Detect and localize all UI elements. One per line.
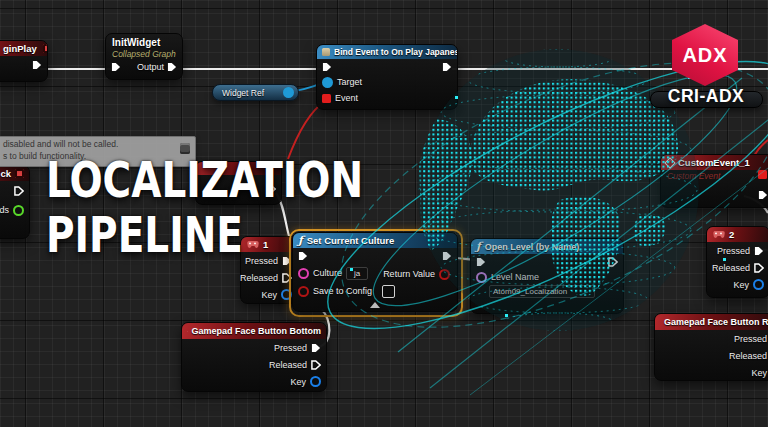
delegate-pin[interactable] <box>758 170 767 179</box>
output-pin-label: Output <box>137 62 164 72</box>
collapse-arrow-icon[interactable] <box>370 302 380 308</box>
node-beginplay-title: ginPlay <box>3 43 37 54</box>
released-label: Released <box>729 351 767 361</box>
exec-in-pin[interactable] <box>476 257 486 267</box>
node-initwidget-subtitle: Collapsed Graph <box>106 48 182 60</box>
custom-event-subtitle: Custom Event <box>661 170 768 182</box>
node-beginplay-header: ginPlay <box>0 41 47 56</box>
node-initwidget-title: InitWidget <box>106 34 182 48</box>
culture-pin[interactable] <box>298 268 309 279</box>
node-widget-ref[interactable]: Widget Ref <box>212 84 299 101</box>
key-pin[interactable] <box>753 279 764 290</box>
pressed-exec-pin[interactable] <box>311 343 321 353</box>
exec-in-pin[interactable] <box>111 62 121 72</box>
node-key-2[interactable]: 2 Pressed Released Key <box>706 226 768 298</box>
node-beginplay[interactable]: ginPlay <box>0 40 48 82</box>
released-label: Released <box>269 360 307 370</box>
node-gamepad-face-button-bottom-title: Gamepad Face Button Bottom <box>191 326 321 336</box>
exec-out-pin[interactable] <box>758 190 768 200</box>
node-key-2-title: 2 <box>729 229 734 240</box>
culture-label: Culture <box>313 268 342 278</box>
widget-ref-out-pin[interactable] <box>283 87 294 98</box>
headline-line-1: LOCALIZATION <box>46 153 363 208</box>
node-gamepad-face-button-bottom[interactable]: Gamepad Face Button Bottom Pressed Relea… <box>181 322 327 392</box>
node-initwidget[interactable]: InitWidget Collapsed Graph Output <box>105 33 183 80</box>
event-icon <box>15 169 24 178</box>
key-label: Key <box>751 368 767 378</box>
released-exec-pin[interactable] <box>754 263 764 273</box>
edge-event-data-pin[interactable] <box>13 205 24 216</box>
pressed-label: Pressed <box>274 343 307 353</box>
save-to-config-pin[interactable] <box>298 286 309 297</box>
edge-event-pin-label: ds <box>0 205 9 215</box>
node-open-level-title: Open Level (by Name) <box>485 242 580 252</box>
released-label: Released <box>240 273 278 283</box>
custom-event-icon <box>664 157 675 168</box>
brand-name: CRI-ADX <box>652 86 760 107</box>
released-label: Released <box>712 263 750 273</box>
target-pin-label: Target <box>337 77 362 87</box>
node-bind-event-title: Bind Event to On Play Japanese <box>334 47 457 57</box>
level-name-label: Level Name <box>491 272 539 282</box>
pressed-label: Pressed <box>717 246 750 256</box>
save-to-config-label: Save to Config <box>313 286 372 296</box>
culture-input[interactable]: ja <box>346 267 368 280</box>
exec-out-pin[interactable] <box>32 60 42 70</box>
event-delegate-pin[interactable] <box>322 94 331 103</box>
blueprint-canvas[interactable]: ginPlay InitWidget Collapsed Graph Outpu… <box>0 0 768 427</box>
node-edge-event-title: ck <box>0 168 11 179</box>
return-value-label: Return Value <box>383 269 435 279</box>
node-open-level[interactable]: ƒ Open Level (by Name) Level Name Atom09… <box>470 238 624 314</box>
level-name-pin[interactable] <box>476 272 487 283</box>
key-label: Key <box>733 280 749 290</box>
key-pin[interactable] <box>310 376 321 387</box>
headline: LOCALIZATION PIPELINE <box>46 153 453 263</box>
function-icon: ƒ <box>476 241 481 252</box>
node-custom-event-1[interactable]: CustomEvent_1 Custom Event <box>660 154 768 208</box>
adx-logo-label: ADX <box>682 44 727 67</box>
return-value-pin[interactable] <box>439 269 450 280</box>
exec-out-pin[interactable] <box>14 186 24 196</box>
bind-event-icon <box>322 48 330 56</box>
node-gamepad-face-button-right[interactable]: Gamepad Face Button Right Pressed Releas… <box>654 313 768 381</box>
level-name-input[interactable]: Atom09_Localization <box>489 285 595 298</box>
save-to-config-checkbox[interactable] <box>382 285 395 298</box>
released-exec-pin[interactable] <box>311 360 321 370</box>
widget-ref-label: Widget Ref <box>222 88 264 98</box>
event-pin-label: Event <box>335 93 358 103</box>
pressed-exec-pin[interactable] <box>754 246 764 256</box>
exec-out-pin[interactable] <box>608 257 618 267</box>
pressed-label: Pressed <box>734 334 767 344</box>
node-gamepad-face-button-right-title: Gamepad Face Button Right <box>664 317 768 327</box>
exec-out-pin[interactable] <box>167 62 177 72</box>
node-bind-event[interactable]: Bind Event to On Play Japanese Target Ev… <box>316 44 458 110</box>
tooltip-line-1: disabled and will not be called. <box>3 138 179 150</box>
target-pin[interactable] <box>322 77 333 88</box>
exec-out-pin[interactable] <box>442 62 452 72</box>
node-edge-event[interactable]: ck ds <box>0 165 30 239</box>
node-custom-event-1-title: CustomEvent_1 <box>678 157 750 168</box>
gamepad-icon <box>712 230 725 239</box>
key-label: Key <box>261 290 277 300</box>
exec-in-pin[interactable] <box>322 62 332 72</box>
event-icon <box>43 44 47 53</box>
key-label: Key <box>290 377 306 387</box>
headline-line-2: PIPELINE <box>46 208 363 263</box>
